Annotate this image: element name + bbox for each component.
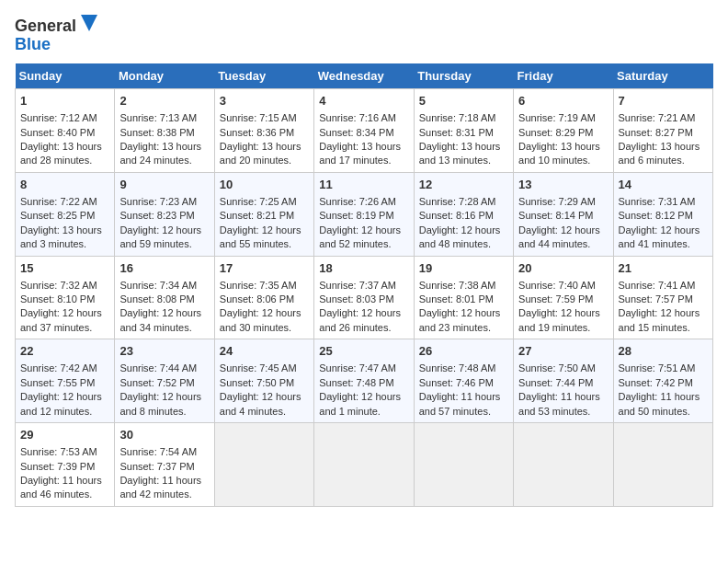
sunset-text: Sunset: 7:44 PM [518, 377, 593, 388]
column-header-thursday: Thursday [414, 63, 513, 89]
calendar-cell: 1Sunrise: 7:12 AMSunset: 8:40 PMDaylight… [16, 89, 115, 173]
calendar-cell: 27Sunrise: 7:50 AMSunset: 7:44 PMDayligh… [514, 339, 613, 423]
daylight-minutes: and 17 minutes. [319, 155, 391, 166]
daylight-text: Daylight: 12 hours [119, 224, 201, 236]
sunrise-text: Sunrise: 7:19 AM [518, 112, 596, 123]
sunrise-text: Sunrise: 7:34 AM [119, 280, 197, 291]
svg-text:General: General [15, 17, 76, 35]
daylight-text: Daylight: 12 hours [518, 307, 600, 318]
sunset-text: Sunset: 8:34 PM [319, 127, 393, 138]
daylight-minutes: and 48 minutes. [419, 238, 491, 249]
calendar-week-5: 29Sunrise: 7:53 AMSunset: 7:39 PMDayligh… [16, 423, 713, 507]
daylight-minutes: and 52 minutes. [319, 238, 391, 249]
sunset-text: Sunset: 7:46 PM [419, 377, 494, 388]
sunset-text: Sunset: 7:50 PM [220, 377, 294, 388]
sunset-text: Sunset: 7:42 PM [619, 377, 693, 388]
daylight-text: Daylight: 12 hours [220, 391, 301, 402]
calendar-cell: 4Sunrise: 7:16 AMSunset: 8:34 PMDaylight… [314, 89, 414, 173]
sunrise-text: Sunrise: 7:12 AM [20, 112, 97, 123]
daylight-minutes: and 41 minutes. [619, 238, 690, 249]
daylight-minutes: and 12 minutes. [20, 406, 92, 417]
sunset-text: Sunset: 7:37 PM [119, 461, 194, 472]
sunrise-text: Sunrise: 7:13 AM [119, 112, 197, 123]
day-number: 4 [319, 93, 408, 109]
daylight-text: Daylight: 12 hours [20, 391, 102, 402]
calendar-cell: 21Sunrise: 7:41 AMSunset: 7:57 PMDayligh… [613, 256, 712, 339]
day-number: 28 [619, 343, 708, 360]
daylight-text: Daylight: 12 hours [518, 224, 600, 236]
calendar-cell: 24Sunrise: 7:45 AMSunset: 7:50 PMDayligh… [214, 339, 313, 423]
calendar-cell: 30Sunrise: 7:54 AMSunset: 7:37 PMDayligh… [115, 423, 214, 507]
sunrise-text: Sunrise: 7:51 AM [619, 362, 696, 373]
daylight-minutes: and 55 minutes. [220, 238, 291, 249]
day-number: 11 [319, 177, 408, 193]
sunrise-text: Sunrise: 7:54 AM [119, 446, 197, 457]
day-number: 13 [518, 177, 608, 193]
daylight-text: Daylight: 13 hours [419, 141, 501, 152]
calendar-cell: 10Sunrise: 7:25 AMSunset: 8:21 PMDayligh… [214, 172, 313, 256]
day-number: 29 [20, 427, 109, 443]
column-header-wednesday: Wednesday [314, 63, 414, 89]
daylight-text: Daylight: 11 hours [419, 391, 501, 402]
calendar-week-1: 1Sunrise: 7:12 AMSunset: 8:40 PMDaylight… [16, 89, 713, 173]
column-header-sunday: Sunday [16, 63, 115, 89]
sunset-text: Sunset: 8:38 PM [119, 127, 194, 138]
day-number: 7 [619, 93, 708, 109]
daylight-text: Daylight: 12 hours [419, 224, 501, 236]
sunset-text: Sunset: 8:14 PM [518, 210, 593, 221]
sunrise-text: Sunrise: 7:22 AM [20, 196, 97, 207]
calendar-cell: 5Sunrise: 7:18 AMSunset: 8:31 PMDaylight… [414, 89, 513, 173]
daylight-text: Daylight: 12 hours [619, 307, 700, 318]
sunset-text: Sunset: 8:06 PM [220, 293, 294, 304]
sunset-text: Sunset: 8:08 PM [119, 293, 194, 304]
daylight-minutes: and 42 minutes. [119, 488, 191, 500]
daylight-minutes: and 20 minutes. [220, 155, 291, 166]
sunrise-text: Sunrise: 7:16 AM [319, 112, 396, 123]
daylight-minutes: and 3 minutes. [20, 238, 86, 249]
daylight-text: Daylight: 13 hours [619, 141, 700, 152]
sunrise-text: Sunrise: 7:28 AM [419, 196, 496, 207]
daylight-minutes: and 53 minutes. [518, 406, 590, 417]
sunrise-text: Sunrise: 7:53 AM [20, 446, 97, 457]
calendar-cell: 16Sunrise: 7:34 AMSunset: 8:08 PMDayligh… [115, 256, 214, 339]
sunset-text: Sunset: 8:40 PM [20, 127, 95, 138]
day-number: 16 [119, 260, 209, 277]
calendar-cell: 26Sunrise: 7:48 AMSunset: 7:46 PMDayligh… [414, 339, 513, 423]
day-number: 25 [319, 343, 408, 360]
calendar-header-row: SundayMondayTuesdayWednesdayThursdayFrid… [16, 63, 713, 89]
sunset-text: Sunset: 7:59 PM [518, 293, 593, 304]
sunset-text: Sunset: 8:03 PM [319, 293, 393, 304]
calendar-cell: 19Sunrise: 7:38 AMSunset: 8:01 PMDayligh… [414, 256, 513, 339]
day-number: 3 [220, 93, 309, 109]
sunrise-text: Sunrise: 7:31 AM [619, 196, 696, 207]
calendar-cell: 20Sunrise: 7:40 AMSunset: 7:59 PMDayligh… [514, 256, 613, 339]
sunrise-text: Sunrise: 7:38 AM [419, 280, 496, 291]
calendar-cell: 6Sunrise: 7:19 AMSunset: 8:29 PMDaylight… [514, 89, 613, 173]
day-number: 23 [119, 343, 209, 360]
column-header-tuesday: Tuesday [214, 63, 313, 89]
sunrise-text: Sunrise: 7:29 AM [518, 196, 596, 207]
daylight-text: Daylight: 12 hours [119, 307, 201, 318]
sunset-text: Sunset: 8:27 PM [619, 127, 693, 138]
calendar-cell: 11Sunrise: 7:26 AMSunset: 8:19 PMDayligh… [314, 172, 414, 256]
day-number: 24 [220, 343, 309, 360]
sunset-text: Sunset: 8:21 PM [220, 210, 294, 221]
sunset-text: Sunset: 7:57 PM [619, 293, 693, 304]
daylight-text: Daylight: 12 hours [419, 307, 501, 318]
column-header-friday: Friday [514, 63, 613, 89]
calendar-week-4: 22Sunrise: 7:42 AMSunset: 7:55 PMDayligh… [16, 339, 713, 423]
daylight-text: Daylight: 13 hours [220, 141, 301, 152]
daylight-minutes: and 26 minutes. [319, 322, 391, 333]
day-number: 5 [419, 93, 508, 109]
daylight-text: Daylight: 12 hours [220, 224, 301, 236]
daylight-minutes: and 13 minutes. [419, 155, 491, 166]
calendar-cell: 17Sunrise: 7:35 AMSunset: 8:06 PMDayligh… [214, 256, 313, 339]
daylight-text: Daylight: 11 hours [119, 475, 201, 486]
sunrise-text: Sunrise: 7:41 AM [619, 280, 696, 291]
sunset-text: Sunset: 8:25 PM [20, 210, 95, 221]
sunset-text: Sunset: 7:48 PM [319, 377, 393, 388]
daylight-minutes: and 10 minutes. [518, 155, 590, 166]
sunset-text: Sunset: 8:12 PM [619, 210, 693, 221]
daylight-text: Daylight: 12 hours [619, 224, 700, 236]
sunrise-text: Sunrise: 7:40 AM [518, 280, 596, 291]
